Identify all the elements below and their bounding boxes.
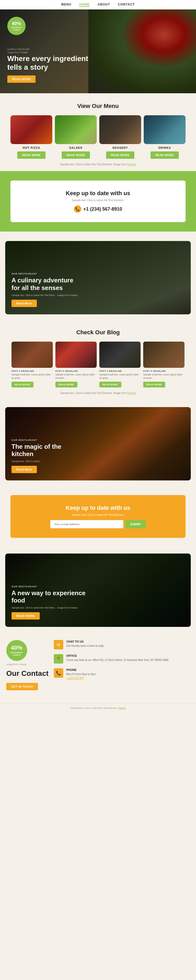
footer: Sample text. Click to select the Text El… — [0, 703, 196, 713]
kitchen-hero: OUR RESTAURANT The magic of the kitchen … — [5, 407, 191, 480]
hero-section: 40% BUSINESSLUNCH SAMPLE HEADLINE Image … — [0, 10, 196, 93]
restaurant-cta[interactable]: Read More — [11, 300, 37, 307]
newway-cta[interactable]: READ MORE — [11, 612, 40, 620]
hero-vegetables-image — [89, 10, 196, 93]
keepup-1-phone-row: 📞 +1 (234) 567-8910 — [21, 205, 175, 213]
contact-top: 40% BUSINESSLUNCH Image from Freepix Our… — [6, 640, 190, 690]
kitchen-section: OUR RESTAURANT The magic of the kitchen … — [0, 400, 196, 480]
blog-note-link[interactable]: Freepik — [127, 391, 136, 395]
blog-img-4 — [99, 342, 141, 368]
menu-item-drinks: DRINKS READ MORE — [144, 115, 185, 159]
kitchen-cta[interactable]: Read More — [11, 466, 37, 473]
menu-grid: HOT PIZZA READ MORE SALADS READ MORE DES… — [5, 115, 191, 159]
phone-contact-icon: 📞 — [54, 668, 63, 678]
contact-img-note: Image from Freepix — [6, 663, 27, 666]
contact-info-chat: CHAT TO US Our friendly team is here to … — [66, 640, 104, 648]
menu-cta-dessert[interactable]: READ MORE — [106, 151, 134, 159]
contact-cta[interactable]: GET IN TOUCH — [6, 683, 38, 690]
nav-menu[interactable]: MENU — [61, 3, 71, 7]
contact-phone-link[interactable]: +1234 567 987 — [66, 677, 84, 679]
contact-heading: Our Contact — [6, 669, 49, 678]
email-input[interactable] — [50, 520, 123, 528]
blog-cta-3[interactable]: READ MORE — [143, 382, 165, 387]
restaurant-hero: OUR RESTAURANT A culinary adventure for … — [5, 241, 191, 314]
blog-text-4: Sample small text. Lorem ipsum dolor sit… — [99, 373, 141, 380]
blog-item-5: POST 5 HEADLINE Sample small text. Lorem… — [55, 342, 97, 387]
hero-sample-label: SAMPLE HEADLINE — [7, 48, 91, 51]
blog-section: Check Our Blog POST 6 HEADLINE Sample sm… — [0, 320, 196, 400]
blog-img-3 — [143, 342, 185, 368]
blog-text-6: Sample small text. Lorem ipsum dolor sit… — [11, 373, 53, 380]
blog-headline-6: POST 6 HEADLINE — [11, 370, 53, 372]
blog-headline-4: POST 4 HEADLINE — [99, 370, 141, 372]
kitchen-sample: Sample text. Click to select... — [11, 460, 74, 463]
hero-badge-label: BUSINESSLUNCH — [11, 27, 22, 31]
restaurant-content: OUR RESTAURANT A culinary adventure for … — [11, 272, 78, 307]
newway-hero: OUR RESTAURANT A new way to experience f… — [5, 554, 191, 627]
blog-item-4: POST 4 HEADLINE Sample small text. Lorem… — [99, 342, 141, 387]
restaurant-section: OUR RESTAURANT A culinary adventure for … — [0, 232, 196, 314]
keepup-2-title: Keep up to date with us — [21, 504, 175, 511]
kitchen-content: OUR RESTAURANT The magic of the kitchen … — [11, 439, 74, 473]
menu-item-dessert: DESSERT READ MORE — [99, 115, 141, 159]
blog-cta-4[interactable]: READ MORE — [99, 382, 121, 387]
contact-item-phone: 📞 PHONE Mon-Fri from 8am to 5pm +1234 56… — [54, 668, 190, 680]
menu-note-link[interactable]: Freepik — [127, 163, 136, 166]
keepup-1-phone: +1 (234) 567-8910 — [83, 207, 122, 212]
blog-cta-5[interactable]: READ MORE — [55, 382, 77, 387]
blog-headline-5: POST 5 HEADLINE — [55, 370, 97, 372]
phone-icon: 📞 — [74, 205, 81, 213]
kitchen-headline: The magic of the kitchen — [11, 443, 74, 458]
menu-cta-drinks[interactable]: READ MORE — [150, 151, 179, 159]
contact-info-phone: PHONE Mon-Fri from 8am to 5pm +1234 567 … — [66, 668, 96, 680]
keepup-1-title: Keep up to date with us — [21, 190, 175, 197]
newway-headline: A new way to experience food — [11, 589, 90, 605]
nav-contact[interactable]: CONTACT — [118, 3, 135, 7]
menu-cat-drinks: DRINKS — [144, 146, 185, 149]
footer-text: Sample text. Click to select the Text El… — [70, 707, 117, 710]
menu-item-pizza: HOT PIZZA READ MORE — [11, 115, 52, 159]
contact-section: 40% BUSINESSLUNCH Image from Freepix Our… — [0, 632, 196, 703]
contact-right: ✉ CHAT TO US Our friendly team is here t… — [54, 640, 190, 685]
contact-left: 40% BUSINESSLUNCH Image from Freepix Our… — [6, 640, 49, 690]
restaurant-tag: OUR RESTAURANT — [11, 272, 78, 275]
keepup-2-bg: Keep up to date with us Sample text. Cli… — [0, 486, 196, 547]
menu-img-salads — [55, 115, 97, 144]
contact-chat-text: Our friendly team is here to help. — [66, 644, 104, 648]
navbar: MENU HOME ABOUT CONTACT — [0, 0, 196, 10]
keepup-green-bg: Keep up to date with us Sample text. Cli… — [0, 171, 196, 232]
hero-image-note: Image from Freepik — [7, 51, 91, 54]
contact-item-chat: ✉ CHAT TO US Our friendly team is here t… — [54, 640, 190, 649]
keepup-1-card: Keep up to date with us Sample text. Cli… — [11, 180, 185, 222]
keepup-2-input-row: SUBMIT — [21, 520, 175, 528]
blog-section-title: Check Our Blog — [5, 329, 191, 336]
location-icon: 📍 — [54, 654, 63, 663]
menu-img-drinks — [144, 115, 185, 144]
menu-cta-pizza[interactable]: READ MORE — [17, 151, 46, 159]
hero-badge: 40% BUSINESSLUNCH — [7, 17, 25, 35]
contact-item-office: 📍 OFFICE Come say hello at our office HQ… — [54, 654, 190, 663]
nav-home[interactable]: HOME — [79, 3, 90, 7]
footer-link[interactable]: Freepik — [118, 707, 126, 710]
contact-office-text: Come say hello at our office HQ. 21 Rock… — [66, 658, 169, 662]
hero-cta-button[interactable]: READ MORE — [7, 75, 36, 83]
menu-section: View Our Menu HOT PIZZA READ MORE SALADS… — [0, 93, 196, 171]
blog-text-3: Sample small text. Lorem ipsum dolor sit… — [143, 373, 185, 380]
newway-section: OUR RESTAURANT A new way to experience f… — [0, 547, 196, 627]
contact-phone-title: PHONE — [66, 668, 96, 671]
submit-button[interactable]: SUBMIT — [125, 520, 146, 528]
contact-badge-percent: 40% — [11, 644, 22, 651]
menu-section-note: Sample text. Click to select the Text El… — [5, 163, 191, 166]
nav-about[interactable]: ABOUT — [98, 3, 110, 7]
menu-cta-salads[interactable]: READ MORE — [62, 151, 90, 159]
menu-cat-dessert: DESSERT — [99, 146, 141, 149]
blog-headline-3: POST 3 HEADLINE — [143, 370, 185, 372]
blog-section-note: Sample text. Click to select the Text El… — [5, 391, 191, 395]
contact-badge-label: BUSINESSLUNCH — [11, 652, 23, 657]
menu-section-title: View Our Menu — [5, 103, 191, 110]
restaurant-sample: Sample text. Click to select the Text El… — [11, 294, 78, 296]
contact-badge: 40% BUSINESSLUNCH — [6, 640, 27, 661]
blog-cta-6[interactable]: READ MORE — [11, 382, 33, 387]
contact-phone-text: Mon-Fri from 8am to 5pm +1234 567 987 — [66, 672, 96, 680]
menu-img-pizza — [11, 115, 52, 144]
